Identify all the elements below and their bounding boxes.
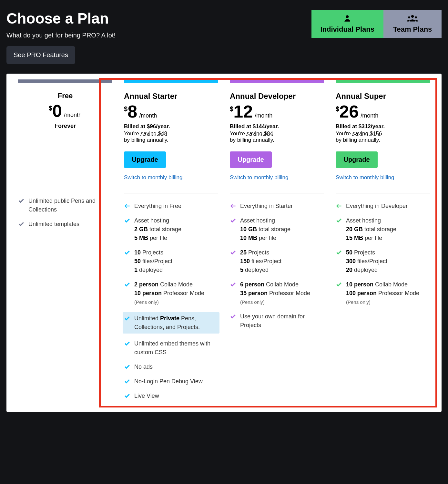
check-icon xyxy=(230,217,237,224)
divider xyxy=(124,193,218,193)
see-pro-features-button[interactable]: See PRO Features xyxy=(6,46,75,64)
check-icon xyxy=(230,249,237,256)
arrow-left-icon xyxy=(124,203,131,209)
upgrade-button[interactable]: Upgrade xyxy=(124,151,166,168)
per-month-label: /month xyxy=(255,112,272,119)
check-icon xyxy=(230,281,237,288)
svg-point-3 xyxy=(415,16,417,18)
upgrade-button[interactable]: Upgrade xyxy=(230,151,272,168)
per-month-label: /month xyxy=(361,112,378,119)
switch-billing-link[interactable]: Switch to monthly billing xyxy=(124,174,182,180)
plan-price: 26 xyxy=(339,103,359,120)
billing-line: Billed at $144/year. xyxy=(230,123,324,130)
feature-item: Asset hosting2 GB total storage5 MB per … xyxy=(124,216,218,242)
saving-line-2: by billing annually. xyxy=(124,137,218,143)
upgrade-button[interactable]: Upgrade xyxy=(336,151,378,168)
check-icon xyxy=(230,313,237,320)
feature-item-highlighted: Unlimited Private Pens, Collections, and… xyxy=(123,312,219,334)
plan-column-starter: Annual Starter $ 8 /month Billed at $96/… xyxy=(118,79,224,406)
plan-column-free: Free $ 0 /month Forever Unlimited public… xyxy=(12,79,118,406)
arrow-left-icon xyxy=(230,203,237,209)
feature-item: 50 Projects300 files/Project20 deployed xyxy=(336,248,430,274)
plan-name: Free xyxy=(18,92,112,100)
tab-team-plans[interactable]: Team Plans xyxy=(383,10,442,38)
plan-name: Annual Super xyxy=(336,92,430,101)
plan-name: Annual Developer xyxy=(230,92,324,101)
pricing-table: Free $ 0 /month Forever Unlimited public… xyxy=(6,74,442,412)
check-icon xyxy=(124,393,131,399)
check-icon xyxy=(124,378,131,385)
feature-item: 10 person Collab Mode100 person Professo… xyxy=(336,280,430,306)
saving-line-2: by billing annually. xyxy=(336,137,430,143)
feature-item: Everything in Developer xyxy=(336,202,430,211)
page-subtitle: What do you get for being PRO? A lot! xyxy=(6,32,116,39)
svg-point-0 xyxy=(346,15,349,18)
per-month-label: /month xyxy=(139,112,157,119)
check-icon xyxy=(18,198,25,204)
check-icon xyxy=(336,217,343,224)
feature-item: Everything in Free xyxy=(124,202,218,211)
check-icon xyxy=(336,281,343,288)
feature-item: 10 Projects50 files/Project1 deployed xyxy=(124,248,218,274)
person-icon xyxy=(343,14,351,23)
plan-column-super: Annual Super $ 26 /month Billed at $312/… xyxy=(330,79,436,406)
arrow-left-icon xyxy=(336,203,343,209)
feature-item: 2 person Collab Mode10 person Professor … xyxy=(124,280,218,306)
plan-price: 8 xyxy=(127,103,137,120)
plan-type-tabs: Individual Plans Team Plans xyxy=(311,10,442,38)
check-icon xyxy=(124,249,131,256)
feature-item: Asset hosting20 GB total storage15 MB pe… xyxy=(336,216,430,242)
feature-item: Asset hosting10 GB total storage10 MB pe… xyxy=(230,216,324,242)
saving-line: You're saving $156 xyxy=(336,130,430,137)
billing-line: Billed at $312/year. xyxy=(336,123,430,130)
divider xyxy=(336,193,430,193)
per-month-label: /month xyxy=(64,112,82,118)
tab-individual-plans[interactable]: Individual Plans xyxy=(311,10,383,38)
currency-symbol: $ xyxy=(230,105,233,113)
feature-item: 6 person Collab Mode35 person Professor … xyxy=(230,280,324,306)
page-title: Choose a Plan xyxy=(6,10,116,27)
tab-label: Individual Plans xyxy=(321,25,374,34)
forever-label: Forever xyxy=(18,123,112,129)
plan-price: 12 xyxy=(233,103,253,120)
plan-price: 0 xyxy=(52,102,62,119)
feature-item: Unlimited templates xyxy=(18,220,112,229)
currency-symbol: $ xyxy=(124,105,127,113)
feature-item: No ads xyxy=(124,363,218,371)
plan-accent-bar xyxy=(230,79,324,83)
feature-item: Unlimited embed themes with custom CSS xyxy=(124,339,218,357)
saving-line: You're saving $48 xyxy=(124,130,218,137)
plan-accent-bar xyxy=(336,79,430,83)
check-icon xyxy=(18,221,25,227)
plan-accent-bar xyxy=(124,79,218,83)
check-icon xyxy=(124,281,131,288)
feature-item: Everything in Starter xyxy=(230,202,324,211)
check-icon xyxy=(124,217,131,224)
feature-item: 25 Projects150 files/Project5 deployed xyxy=(230,248,324,274)
check-icon xyxy=(124,340,131,347)
check-icon xyxy=(336,249,343,256)
feature-item: Use your own domain for Projects xyxy=(230,312,324,330)
switch-billing-link[interactable]: Switch to monthly billing xyxy=(230,174,288,180)
saving-line: You're saving $84 xyxy=(230,130,324,137)
check-icon xyxy=(124,315,131,322)
plan-column-developer: Annual Developer $ 12 /month Billed at $… xyxy=(224,79,330,406)
feature-item: Live View xyxy=(124,392,218,400)
check-icon xyxy=(124,364,131,370)
switch-billing-link[interactable]: Switch to monthly billing xyxy=(336,174,394,180)
plan-name: Annual Starter xyxy=(124,92,218,101)
page-header: Choose a Plan What do you get for being … xyxy=(6,6,442,74)
svg-point-1 xyxy=(411,15,414,17)
feature-item: Unlimited public Pens and Collections xyxy=(18,197,112,214)
tab-label: Team Plans xyxy=(393,25,432,34)
currency-symbol: $ xyxy=(49,105,52,112)
billing-line: Billed at $96/year. xyxy=(124,123,218,130)
svg-point-2 xyxy=(408,16,410,18)
divider xyxy=(230,193,324,193)
plan-accent-bar xyxy=(18,79,112,83)
feature-item: No-Login Pen Debug View xyxy=(124,377,218,386)
people-icon xyxy=(406,14,419,23)
saving-line-2: by billing annually. xyxy=(230,137,324,143)
divider xyxy=(18,188,112,188)
currency-symbol: $ xyxy=(336,105,339,113)
